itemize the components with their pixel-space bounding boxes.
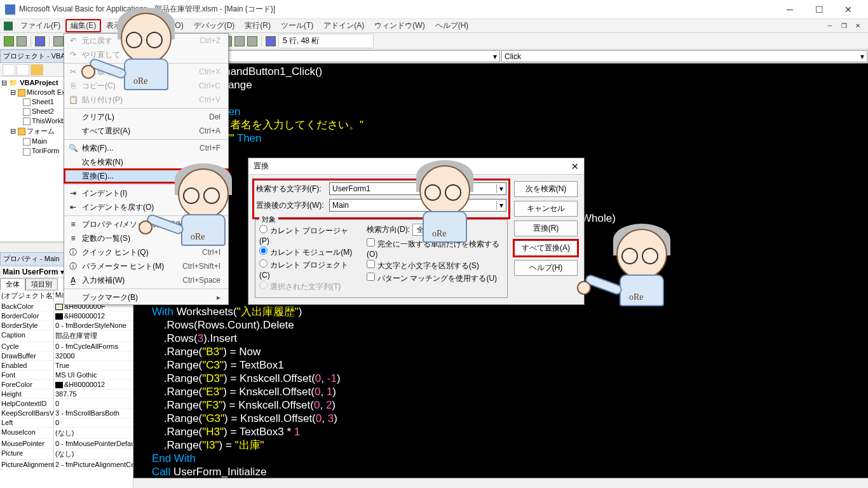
direction-select[interactable]: 全体 ▾: [412, 224, 441, 236]
tree-sheet2[interactable]: Sheet2: [32, 107, 54, 115]
scope-module[interactable]: カレント モジュール(M): [259, 247, 354, 258]
mdi-close[interactable]: ✕: [851, 20, 864, 32]
menu-parameter-info[interactable]: ⓘパラメーター ヒント(M)Ctrl+Shift+I: [64, 259, 228, 273]
tb-objbrowser-icon[interactable]: [234, 36, 245, 46]
property-row[interactable]: FontMS UI Gothic: [0, 370, 133, 380]
menu-indent[interactable]: ⇥インデント(I): [64, 186, 228, 200]
tb-toolbox-icon[interactable]: [247, 36, 257, 46]
find-label: 検索する文字列(F):: [256, 184, 329, 194]
menu-redo: ↷やり直して: [64, 48, 228, 62]
menu-complete-word[interactable]: A̲入力候補(W)Ctrl+Space: [64, 273, 228, 287]
replace-button[interactable]: 置換(R): [514, 220, 578, 236]
scope-procedure[interactable]: カレント プロシージャ(P): [259, 225, 354, 245]
menu-find-next[interactable]: 次を検索(N): [64, 155, 228, 169]
menu-clear[interactable]: クリア(L)Del: [64, 110, 228, 124]
view-code-icon[interactable]: [3, 64, 15, 76]
app-icon: [5, 4, 15, 15]
menu-find[interactable]: 🔍検索(F)...Ctrl+F: [64, 141, 228, 155]
menu-help[interactable]: ヘルプ(H): [430, 19, 474, 32]
replace-dialog: 置換 ✕ 検索する文字列(F): UserForm1▾ 置換後の文字列(W): …: [248, 158, 585, 305]
menu-insert[interactable]: 挿入: [126, 19, 152, 32]
property-row[interactable]: MousePointer0 - fmMousePointerDefault: [0, 439, 133, 449]
menu-addins[interactable]: アドイン(A): [318, 19, 369, 32]
scope-project[interactable]: カレント プロジェクト(C): [259, 259, 354, 280]
menu-cut: ✂切り取り(T)Ctrl+X: [64, 65, 228, 79]
position-indicator: 5 行, 48 桁: [278, 34, 374, 48]
property-row[interactable]: PictureAlignment2 - fmPictureAlignmentCe…: [0, 460, 133, 470]
property-row[interactable]: Caption部品在庫管理: [0, 330, 133, 342]
code-horizontal-scrollbar[interactable]: [133, 478, 868, 488]
menu-format[interactable]: 書式(O): [152, 19, 188, 32]
dialog-title: 置換: [254, 161, 269, 172]
tb-insert-icon[interactable]: [17, 36, 27, 46]
toggle-folders-icon[interactable]: [31, 64, 43, 76]
menu-copy: ⎘コピー(C)Ctrl+C: [64, 79, 228, 93]
menu-undo: ↶元に戻すCtrl+Z: [64, 34, 228, 48]
menu-run[interactable]: 実行(R): [240, 19, 276, 32]
menu-tools[interactable]: ツール(T): [276, 19, 318, 32]
menu-quick-info[interactable]: ⓘクイック ヒント(Q)Ctrl+I: [64, 245, 228, 259]
tree-form-main[interactable]: Main: [32, 137, 47, 145]
menu-outdent[interactable]: ⇤インデントを戻す(O)Shift+: [64, 200, 228, 214]
tree-form-tori[interactable]: ToriForm: [32, 147, 59, 154]
property-row[interactable]: Height387.75: [0, 390, 133, 399]
property-row[interactable]: ForeColor&H80000012: [0, 380, 133, 390]
property-row[interactable]: HelpContextID0: [0, 399, 133, 409]
property-row[interactable]: Picture(なし): [0, 449, 133, 460]
menu-debug[interactable]: デバッグ(D): [189, 19, 240, 32]
menu-list-properties[interactable]: ≡プロパティ/メソッドの一覧(H)Ctrl+: [64, 217, 228, 231]
tree-root[interactable]: VBAProject: [20, 79, 58, 86]
menu-edit[interactable]: 編集(E): [65, 19, 101, 32]
check-match-case[interactable]: 大文字と小文字を区別する(S): [367, 260, 503, 271]
tb-cut-icon[interactable]: [53, 36, 64, 46]
cancel-button[interactable]: キャンセル: [514, 201, 578, 217]
property-row[interactable]: EnabledTrue: [0, 361, 133, 370]
direction-label: 検索方向(D):: [367, 224, 410, 235]
property-row[interactable]: KeepScrollBarsVisible3 - fmScrollBarsBot…: [0, 409, 133, 418]
menu-list-constants[interactable]: ≡定数の一覧(S)Ctrl+Shift+J: [64, 231, 228, 245]
tb-view-excel-icon[interactable]: [4, 36, 14, 46]
menu-view[interactable]: 表示: [101, 19, 126, 32]
replace-all-button[interactable]: すべて置換(A): [514, 240, 578, 256]
property-row[interactable]: DrawBuffer32000: [0, 351, 133, 361]
property-row[interactable]: MouseIcon(なし): [0, 428, 133, 439]
mdi-minimize[interactable]: ─: [824, 20, 836, 32]
scope-selection: 選択された文字列(T): [259, 281, 354, 292]
props-tab-all[interactable]: 全体: [0, 278, 25, 290]
maximize-button[interactable]: ☐: [804, 0, 834, 19]
dialog-close[interactable]: ✕: [571, 161, 579, 172]
menu-select-all[interactable]: すべて選択(A)Ctrl+A: [64, 124, 228, 138]
property-row[interactable]: BorderColor&H80000012: [0, 311, 133, 321]
properties-panel-title: プロパティ - Main: [3, 254, 60, 264]
properties-grid[interactable]: (オブジェクト名)MainBackColor&H8000000FBorderCo…: [0, 290, 133, 488]
dialog-titlebar[interactable]: 置換 ✕: [248, 158, 584, 175]
titlebar: Microsoft Visual Basic for Applications …: [0, 0, 868, 19]
edit-menu-dropdown: ↶元に戻すCtrl+Z ↷やり直して ✂切り取り(T)Ctrl+X ⎘コピー(C…: [64, 33, 229, 305]
tree-forms-folder[interactable]: フォーム: [27, 127, 55, 135]
replace-input[interactable]: Main▾: [329, 199, 506, 212]
minimize-button[interactable]: ─: [775, 0, 804, 19]
procedure-dropdown[interactable]: Click▾: [501, 50, 867, 62]
help-button[interactable]: ヘルプ(H): [514, 260, 578, 276]
find-next-button[interactable]: 次を検索(N): [514, 181, 578, 197]
tb-save-icon[interactable]: [35, 36, 45, 46]
mdi-restore[interactable]: ❐: [837, 20, 850, 32]
props-tab-category[interactable]: 項目別: [25, 278, 58, 290]
view-object-icon[interactable]: [17, 64, 29, 76]
menu-window[interactable]: ウィンドウ(W): [369, 19, 430, 32]
close-button[interactable]: ✕: [834, 0, 863, 19]
menu-bookmarks[interactable]: ブックマーク(B)▸: [64, 290, 228, 304]
tree-sheet1[interactable]: Sheet1: [32, 98, 54, 105]
tb-help-icon[interactable]: [266, 36, 276, 46]
find-input[interactable]: UserForm1▾: [329, 182, 506, 195]
menu-file[interactable]: ファイル(F): [15, 19, 65, 32]
property-row[interactable]: BorderStyle0 - fmBorderStyleNone: [0, 321, 133, 330]
property-row[interactable]: Cycle0 - fmCycleAllForms: [0, 342, 133, 351]
window-title: Microsoft Visual Basic for Applications …: [19, 4, 775, 15]
check-whole-word[interactable]: 完全に一致する単語だけを検索する(O): [367, 238, 503, 259]
scope-group-title: 対象: [259, 215, 278, 224]
check-pattern[interactable]: パターン マッチングを使用する(U): [367, 273, 503, 284]
property-row[interactable]: Left0: [0, 418, 133, 428]
menubar: ファイル(F) 編集(E) 表示 挿入 書式(O) デバッグ(D) 実行(R) …: [0, 19, 868, 33]
menu-replace[interactable]: 置換(E)...: [64, 169, 228, 183]
